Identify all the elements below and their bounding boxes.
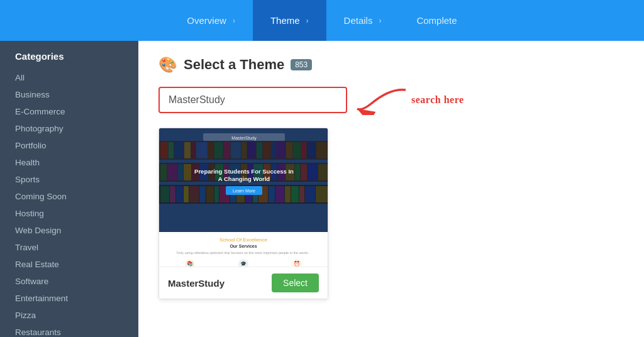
nav-item-theme[interactable]: Theme › bbox=[253, 0, 326, 41]
sidebar-item-ecommerce[interactable]: E-Commerce bbox=[0, 103, 138, 120]
nav-item-overview[interactable]: Overview › bbox=[169, 0, 253, 41]
services-desc-text: Only using relentless optimism that focu… bbox=[163, 251, 324, 256]
palette-icon: 🎨 bbox=[158, 56, 177, 74]
sidebar-item-coming-soon[interactable]: Coming Soon bbox=[0, 188, 138, 205]
nav-item-complete[interactable]: Complete bbox=[399, 0, 474, 41]
services-eyebrow: School Of Excellence bbox=[163, 237, 324, 243]
sidebar-title: Categories bbox=[0, 51, 138, 69]
section-header: 🎨 Select a Theme 853 bbox=[158, 56, 624, 74]
svg-text:A Changing World: A Changing World bbox=[218, 175, 270, 182]
sidebar-item-all[interactable]: All bbox=[0, 69, 138, 86]
nav-label-details: Details bbox=[344, 15, 373, 26]
sidebar-item-restaurants[interactable]: Restaurants bbox=[0, 324, 138, 337]
search-row: search here bbox=[158, 85, 624, 115]
select-button[interactable]: Select bbox=[272, 273, 319, 292]
sidebar-item-real-estate[interactable]: Real Estate bbox=[0, 256, 138, 273]
theme-card: MasterStudy Preparing Students For Succe… bbox=[158, 128, 328, 299]
preview-image: MasterStudy Preparing Students For Succe… bbox=[159, 128, 328, 232]
service-icon-support: ⏰ bbox=[292, 259, 302, 267]
sidebar-item-hosting[interactable]: Hosting bbox=[0, 205, 138, 222]
section-title: Select a Theme bbox=[184, 57, 284, 73]
service-item-teacher: 🎓 Best Teacher that focuses on the most bbox=[228, 259, 258, 267]
sidebar-item-health[interactable]: Health bbox=[0, 154, 138, 171]
content-area: 🎨 Select a Theme 853 search here bbox=[138, 41, 644, 337]
theme-card-footer: MasterStudy Select bbox=[159, 267, 328, 299]
theme-preview: MasterStudy Preparing Students For Succe… bbox=[159, 128, 328, 267]
service-item-course: 📚 Dedicated Course Only using relentless… bbox=[174, 259, 206, 267]
arrow-icon bbox=[352, 85, 409, 115]
sidebar-item-travel[interactable]: Travel bbox=[0, 239, 138, 256]
sidebar-item-portfolio[interactable]: Portfolio bbox=[0, 137, 138, 154]
svg-text:MasterStudy: MasterStudy bbox=[231, 136, 257, 141]
arrow-annotation: search here bbox=[352, 85, 464, 115]
nav-chevron-overview: › bbox=[233, 16, 235, 25]
preview-services: School Of Excellence Our Services Only u… bbox=[159, 232, 328, 267]
nav-item-details[interactable]: Details › bbox=[326, 0, 399, 41]
nav-label-complete: Complete bbox=[416, 15, 457, 26]
services-title-label: Our Services bbox=[163, 244, 324, 248]
sidebar-item-entertainment[interactable]: Entertainment bbox=[0, 290, 138, 307]
sidebar-item-web-design[interactable]: Web Design bbox=[0, 222, 138, 239]
main-layout: Categories All Business E-Commerce Photo… bbox=[0, 41, 644, 337]
svg-text:Learn More: Learn More bbox=[233, 189, 255, 193]
theme-count-badge: 853 bbox=[291, 59, 312, 70]
top-nav: Overview › Theme › Details › Complete bbox=[0, 0, 644, 41]
nav-label-overview: Overview bbox=[187, 15, 226, 26]
theme-name-label: MasterStudy bbox=[168, 278, 225, 289]
sidebar-item-software[interactable]: Software bbox=[0, 273, 138, 290]
search-here-label: search here bbox=[411, 94, 464, 106]
service-icons-row: 📚 Dedicated Course Only using relentless… bbox=[163, 259, 324, 267]
sidebar-item-business[interactable]: Business bbox=[0, 86, 138, 103]
nav-chevron-theme: › bbox=[306, 16, 309, 25]
service-icon-course: 📚 bbox=[185, 259, 195, 267]
sidebar-item-photography[interactable]: Photography bbox=[0, 120, 138, 137]
service-icon-teacher: 🎓 bbox=[238, 259, 248, 267]
sidebar: Categories All Business E-Commerce Photo… bbox=[0, 41, 138, 337]
sidebar-item-pizza[interactable]: Pizza bbox=[0, 307, 138, 324]
sidebar-item-sports[interactable]: Sports bbox=[0, 171, 138, 188]
search-input[interactable] bbox=[158, 87, 347, 113]
service-item-support: ⏰ 24/7 Support important people in the w… bbox=[281, 259, 313, 267]
nav-chevron-details: › bbox=[379, 16, 381, 25]
nav-label-theme: Theme bbox=[270, 15, 300, 26]
svg-text:Preparing Students For Success: Preparing Students For Success In bbox=[194, 168, 294, 175]
